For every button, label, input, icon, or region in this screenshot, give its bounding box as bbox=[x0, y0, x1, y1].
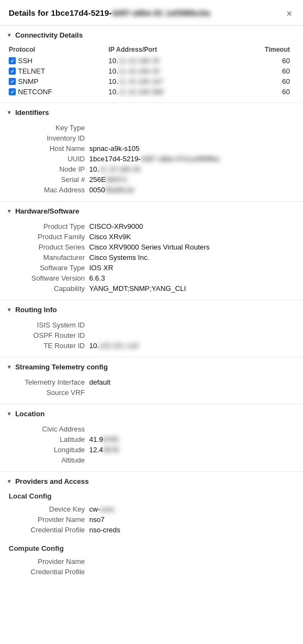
field-value bbox=[89, 424, 294, 434]
location-section-header[interactable]: ▼ Location bbox=[0, 404, 303, 421]
compute-config-label: Compute Config bbox=[0, 541, 303, 554]
field-value: 005056af9c1b bbox=[89, 185, 294, 195]
col-timeout: Timeout bbox=[232, 45, 294, 56]
close-button[interactable]: × bbox=[284, 8, 294, 20]
field-label: Credential Profile bbox=[9, 525, 85, 534]
connectivity-table: Protocol IP Address/Port Timeout SSH10.1… bbox=[9, 45, 294, 97]
field-label: Device Key bbox=[9, 505, 85, 514]
checkbox-icon[interactable] bbox=[9, 68, 16, 75]
protocol-label: SNMP bbox=[18, 77, 39, 86]
connectivity-section: ▼ Connectivity Details Protocol IP Addre… bbox=[0, 26, 303, 102]
streaming-telemetry-section-header[interactable]: ▼ Streaming Telemetry config bbox=[0, 357, 303, 374]
streaming-telemetry-section: ▼ Streaming Telemetry config Telemetry I… bbox=[0, 357, 303, 404]
identifiers-grid: Key TypeInventory IDHost Namespnac-a9k-s… bbox=[9, 122, 294, 196]
field-value: IOS XR bbox=[89, 263, 294, 272]
ip-prefix: 10. bbox=[108, 77, 118, 86]
compute-config-body: Provider NameCredential Profile bbox=[0, 554, 303, 583]
panel-title: Details for 1bce17d4-5219-4d97-a8be-81 1… bbox=[9, 8, 210, 19]
field-label: Latitude bbox=[9, 435, 85, 444]
ip-prefix: 10. bbox=[108, 88, 118, 96]
field-value: CISCO-XRv9000 bbox=[89, 222, 294, 231]
checkbox-icon[interactable] bbox=[9, 57, 16, 64]
value-prefix: 256E bbox=[89, 175, 106, 184]
ip-cell: 10.11 10 166 088 bbox=[108, 87, 232, 97]
field-label: Product Type bbox=[9, 222, 85, 231]
field-label: Altitude bbox=[9, 455, 85, 465]
location-section: ▼ Location Civic AddressLatitude41.98765… bbox=[0, 404, 303, 471]
connectivity-section-body: Protocol IP Address/Port Timeout SSH10.1… bbox=[0, 42, 303, 102]
field-label: ISIS System ID bbox=[9, 320, 85, 330]
field-value: 1bce17d4-5219-4d97 a8be 87e1a4f98fba bbox=[89, 154, 294, 163]
routing-info-section: ▼ Routing Info ISIS System IDOSPF Router… bbox=[0, 300, 303, 357]
ip-cell: 10.11 10 166 20 bbox=[108, 56, 232, 66]
value-prefix: cw- bbox=[89, 505, 100, 513]
value-prefix: 41.9 bbox=[89, 435, 103, 443]
value-blurred: 56af9c1b bbox=[105, 186, 134, 194]
field-value: nso7 bbox=[89, 515, 294, 524]
field-label: Provider Name bbox=[9, 557, 85, 566]
hardware-software-section-body: Product TypeCISCO-XRv9000Product FamilyC… bbox=[0, 218, 303, 300]
field-value bbox=[89, 320, 294, 330]
hardware-software-section-header[interactable]: ▼ Hardware/Software bbox=[0, 202, 303, 218]
table-row: TELNET10.11 10 166 2060 bbox=[9, 66, 294, 76]
checkbox-icon[interactable] bbox=[9, 78, 16, 85]
panel-title-text: Details for 1bce17d4-5219- bbox=[9, 8, 112, 17]
identifiers-section-header[interactable]: ▼ Identifiers bbox=[0, 103, 303, 120]
field-label: Telemetry Interface bbox=[9, 378, 85, 387]
identifiers-section-label: Identifiers bbox=[15, 108, 49, 117]
checkbox-icon[interactable] bbox=[9, 88, 16, 95]
protocol-label: SSH bbox=[18, 57, 33, 65]
field-label: Source VRF bbox=[9, 388, 85, 397]
providers-access-section-header[interactable]: ▼ Providers and Access bbox=[0, 472, 303, 489]
identifiers-section-body: Key TypeInventory IDHost Namespnac-a9k-s… bbox=[0, 120, 303, 201]
ip-blurred: 11 10 166 088 bbox=[118, 88, 163, 96]
timeout-cell: 60 bbox=[232, 56, 294, 66]
location-section-label: Location bbox=[15, 410, 45, 418]
field-label: Software Type bbox=[9, 263, 85, 272]
routing-info-section-body: ISIS System IDOSPF Router IDTE Router ID… bbox=[0, 317, 303, 357]
field-label: Product Series bbox=[9, 242, 85, 252]
ip-blurred: 11 10 166 20 bbox=[118, 57, 159, 65]
identifiers-section: ▼ Identifiers Key TypeInventory IDHost N… bbox=[0, 103, 303, 201]
streaming-telemetry-grid: Telemetry InterfacedefaultSource VRF bbox=[9, 376, 294, 398]
field-label: Node IP bbox=[9, 165, 85, 174]
col-protocol: Protocol bbox=[9, 45, 108, 56]
field-value: 41.98765 bbox=[89, 435, 294, 444]
field-value bbox=[89, 455, 294, 465]
field-label: Manufacturer bbox=[9, 253, 85, 262]
connectivity-section-label: Connectivity Details bbox=[15, 31, 83, 39]
field-label: Key Type bbox=[9, 123, 85, 132]
table-row: NETCONF10.11 10 166 08860 bbox=[9, 87, 294, 97]
field-label: Credential Profile bbox=[9, 567, 85, 576]
table-row: SNMP10.11 10 166 16760 bbox=[9, 76, 294, 87]
routing-info-grid: ISIS System IDOSPF Router IDTE Router ID… bbox=[9, 319, 294, 351]
value-blurred: 8765 bbox=[103, 435, 119, 443]
routing-info-section-header[interactable]: ▼ Routing Info bbox=[0, 300, 303, 317]
field-label: Serial # bbox=[9, 175, 85, 184]
field-value: 256Ef4647s bbox=[89, 175, 294, 184]
field-value: Cisco XRV9000 Series Virtual Routers bbox=[89, 242, 294, 252]
value-prefix: 1bce17d4-5219- bbox=[89, 155, 141, 163]
value-blurred: 11 10 166 20 bbox=[99, 165, 140, 173]
field-label: Longitude bbox=[9, 445, 85, 454]
table-row: SSH10.11 10 166 2060 bbox=[9, 56, 294, 66]
compute-config-grid: Provider NameCredential Profile bbox=[9, 556, 294, 578]
field-label: Host Name bbox=[9, 144, 85, 153]
connectivity-section-header[interactable]: ▼ Connectivity Details bbox=[0, 26, 303, 42]
field-value bbox=[89, 133, 294, 143]
field-value: Cisco Systems Inc. bbox=[89, 253, 294, 262]
field-value bbox=[89, 388, 294, 397]
value-blurred: 110 211 110 bbox=[99, 342, 138, 350]
streaming-telemetry-section-body: Telemetry InterfacedefaultSource VRF bbox=[0, 374, 303, 404]
value-prefix: 12.4 bbox=[89, 446, 103, 454]
connectivity-chevron-icon: ▼ bbox=[7, 32, 12, 38]
location-grid: Civic AddressLatitude41.98765Longitude12… bbox=[9, 423, 294, 466]
ip-prefix: 10. bbox=[108, 57, 118, 65]
panel-title-blurred: 4d97-a8be-81 1af398bcba bbox=[112, 8, 210, 17]
field-value: 12.45678 bbox=[89, 445, 294, 454]
field-value bbox=[89, 123, 294, 132]
protocol-cell: NETCONF bbox=[9, 87, 108, 97]
protocol-cell: TELNET bbox=[9, 66, 108, 76]
field-label: UUID bbox=[9, 154, 85, 163]
value-blurred: 5678 bbox=[103, 446, 119, 454]
